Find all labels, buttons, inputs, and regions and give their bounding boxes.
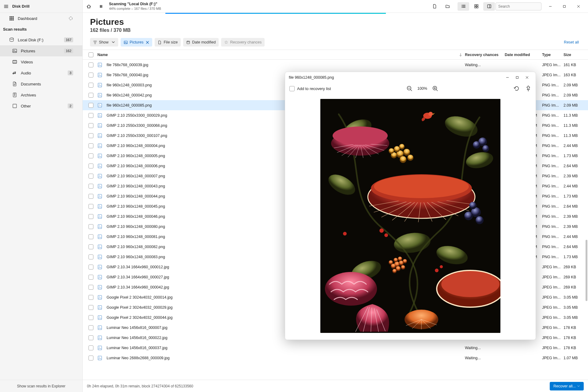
rotate-button[interactable] bbox=[514, 85, 520, 92]
search-input[interactable] bbox=[498, 4, 544, 9]
sidebar-item-pictures[interactable]: Pictures162 bbox=[0, 45, 82, 56]
file-image-icon bbox=[97, 356, 102, 360]
filter-size[interactable]: File size bbox=[155, 38, 181, 47]
popup-close[interactable] bbox=[522, 72, 532, 83]
svg-point-63 bbox=[394, 258, 398, 262]
row-checkbox[interactable] bbox=[89, 295, 93, 300]
cell-size: 11.3 MB bbox=[564, 134, 588, 138]
sidebar-item-archives[interactable]: Archives bbox=[0, 89, 82, 100]
row-checkbox[interactable] bbox=[89, 73, 93, 77]
cell-size: 3.05 MB bbox=[564, 295, 588, 300]
row-checkbox[interactable] bbox=[89, 194, 93, 199]
file-name: GIMP 2.10 960x1248_000045.png bbox=[107, 204, 165, 209]
filter-recovery[interactable]: Recovery chances bbox=[221, 38, 265, 47]
row-checkbox[interactable] bbox=[89, 174, 93, 179]
row-checkbox[interactable] bbox=[89, 204, 93, 209]
open-folder-button[interactable] bbox=[442, 2, 453, 11]
row-checkbox[interactable] bbox=[89, 244, 93, 249]
row-checkbox[interactable] bbox=[89, 62, 93, 67]
row-checkbox[interactable] bbox=[89, 123, 93, 128]
row-checkbox[interactable] bbox=[89, 335, 93, 340]
cell-size: 1.73 MB bbox=[564, 154, 588, 158]
view-panel-button[interactable] bbox=[483, 2, 495, 11]
scrollbar-thumb[interactable] bbox=[586, 240, 587, 301]
add-to-recovery[interactable]: Add to recovery list bbox=[289, 86, 331, 91]
home-button[interactable] bbox=[83, 0, 95, 13]
pin-button[interactable] bbox=[525, 85, 531, 92]
table-row[interactable]: Luminar Neo 2688x2688_000009.jpgWaiting.… bbox=[83, 353, 588, 363]
view-thumb-button[interactable] bbox=[470, 2, 482, 11]
table-row[interactable]: file 768x768_000039.jpgWaiting...JPEG Im… bbox=[83, 60, 588, 70]
cell-type: PNG Im... bbox=[542, 134, 564, 138]
scan-title: Scanning "Local Disk (F:)" bbox=[109, 2, 428, 6]
row-checkbox[interactable] bbox=[89, 214, 93, 219]
cell-type: PNG Im... bbox=[542, 83, 564, 87]
search-box[interactable] bbox=[496, 2, 541, 10]
filter-date[interactable]: Date modified bbox=[183, 38, 219, 47]
row-checkbox[interactable] bbox=[89, 153, 93, 158]
col-recovery[interactable]: Recovery chances bbox=[465, 53, 505, 57]
reset-all[interactable]: Reset all bbox=[564, 40, 581, 44]
row-checkbox[interactable] bbox=[89, 113, 93, 118]
row-checkbox[interactable] bbox=[89, 93, 93, 98]
popup-maximize[interactable] bbox=[512, 72, 522, 83]
thumbnail-icon bbox=[474, 4, 479, 9]
sidebar-item-other[interactable]: Other2 bbox=[0, 100, 82, 111]
recover-all-button[interactable]: Recover all... bbox=[550, 382, 584, 390]
pause-button[interactable] bbox=[95, 0, 107, 13]
row-checkbox[interactable] bbox=[89, 234, 93, 239]
sidebar-item-badge: 3 bbox=[68, 70, 73, 75]
file-name: GIMP 2.10 2550x3300_000068.png bbox=[107, 123, 167, 128]
col-type[interactable]: Type bbox=[542, 53, 564, 57]
row-checkbox[interactable] bbox=[89, 103, 93, 108]
sidebar-footer[interactable]: Show scan results in Explorer bbox=[0, 380, 82, 392]
col-name[interactable]: Name bbox=[96, 53, 465, 57]
recovery-checkbox[interactable] bbox=[289, 86, 295, 91]
row-checkbox[interactable] bbox=[89, 305, 93, 310]
row-checkbox[interactable] bbox=[89, 143, 93, 148]
sidebar-item-label: Documents bbox=[21, 82, 73, 86]
menu-icon[interactable] bbox=[4, 4, 9, 9]
scan-status: Scanning "Local Disk (F:)" 44% complete … bbox=[107, 2, 428, 11]
row-checkbox[interactable] bbox=[89, 164, 93, 168]
popup-minimize[interactable] bbox=[503, 72, 512, 83]
cell-type: JPEG Im... bbox=[542, 275, 564, 279]
remove-icon[interactable] bbox=[146, 41, 149, 44]
zoom-in-button[interactable] bbox=[432, 85, 438, 92]
aud-icon bbox=[12, 70, 17, 75]
window-close[interactable] bbox=[571, 0, 586, 13]
row-checkbox[interactable] bbox=[89, 184, 93, 189]
filter-pictures[interactable]: Pictures bbox=[121, 38, 152, 47]
filter-show[interactable]: Show bbox=[90, 38, 118, 47]
row-checkbox[interactable] bbox=[89, 325, 93, 330]
sidebar-item-videos[interactable]: Videos bbox=[0, 56, 82, 67]
row-checkbox[interactable] bbox=[89, 224, 93, 229]
new-file-button[interactable] bbox=[429, 2, 440, 11]
table-row[interactable]: Luminar Neo 1456x816_000037.jpgWaiting..… bbox=[83, 343, 588, 353]
sidebar-item-audio[interactable]: Audio3 bbox=[0, 67, 82, 78]
row-checkbox[interactable] bbox=[89, 285, 93, 290]
row-checkbox[interactable] bbox=[89, 275, 93, 280]
col-date[interactable]: Date modified bbox=[505, 53, 542, 57]
row-checkbox[interactable] bbox=[89, 83, 93, 88]
cell-type: JPEG Im... bbox=[542, 356, 564, 360]
row-checkbox[interactable] bbox=[89, 133, 93, 138]
sidebar-disk[interactable]: Local Disk (F:) 167 bbox=[0, 34, 82, 45]
disk-badge: 167 bbox=[64, 37, 73, 42]
col-size[interactable]: Size bbox=[564, 53, 588, 57]
sidebar-item-documents[interactable]: Documents bbox=[0, 78, 82, 89]
view-list-button[interactable] bbox=[458, 2, 469, 11]
select-all-checkbox[interactable] bbox=[89, 52, 93, 57]
zoom-out-button[interactable] bbox=[406, 85, 413, 92]
row-checkbox[interactable] bbox=[89, 356, 93, 360]
row-checkbox[interactable] bbox=[89, 265, 93, 270]
cell-type: PNG Im... bbox=[542, 144, 564, 148]
file-image-icon bbox=[97, 224, 102, 229]
sidebar-dashboard[interactable]: Dashboard bbox=[0, 13, 82, 24]
row-checkbox[interactable] bbox=[89, 345, 93, 350]
row-checkbox[interactable] bbox=[89, 254, 93, 259]
window-minimize[interactable] bbox=[543, 0, 557, 13]
window-maximize[interactable] bbox=[557, 0, 571, 13]
row-checkbox[interactable] bbox=[89, 315, 93, 320]
cell-size: 2.09 MB bbox=[564, 93, 588, 97]
